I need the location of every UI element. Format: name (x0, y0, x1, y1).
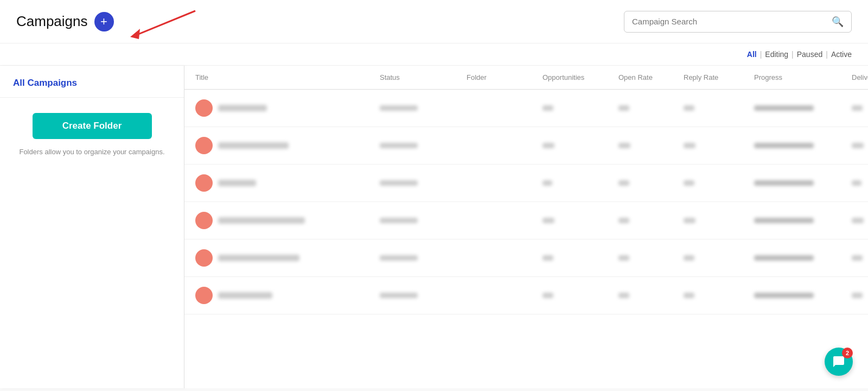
cell-reply-rate (684, 103, 754, 113)
cell-opportunities (542, 216, 618, 225)
cell-opportunities (542, 178, 618, 188)
table-row[interactable] (184, 165, 868, 202)
create-folder-button[interactable]: Create Folder (33, 113, 152, 139)
cell-status (380, 141, 467, 150)
col-progress: Progress (754, 73, 852, 81)
cell-status (380, 103, 467, 113)
filter-bar: All | Editing | Paused | Active (0, 43, 868, 66)
cell-reply-rate (684, 141, 754, 150)
col-title: Title (195, 73, 380, 81)
filter-active[interactable]: Active (831, 50, 852, 59)
row-icon (195, 174, 213, 192)
page-title: Campaigns (16, 13, 88, 30)
filter-paused[interactable]: Paused (797, 50, 822, 59)
cell-reply-rate (684, 216, 754, 225)
cell-delivered (852, 291, 868, 300)
row-icon (195, 137, 213, 154)
col-opportunities: Opportunities (542, 73, 618, 81)
cell-delivered (852, 178, 868, 188)
chat-button[interactable]: 2 (825, 348, 853, 376)
cell-opportunities (542, 141, 618, 150)
table-row[interactable] (184, 127, 868, 165)
header-left: Campaigns + (16, 12, 114, 31)
col-status: Status (380, 73, 467, 81)
main-content: All Campaigns Create Folder Folders allo… (0, 66, 868, 388)
col-open-rate: Open Rate (618, 73, 684, 81)
cell-open-rate (618, 141, 684, 150)
search-icon: 🔍 (832, 16, 844, 28)
sidebar: All Campaigns Create Folder Folders allo… (0, 66, 184, 388)
filter-sep-2: | (792, 50, 794, 59)
cell-open-rate (618, 178, 684, 188)
cell-delivered (852, 216, 868, 225)
table-row[interactable] (184, 277, 868, 314)
col-reply-rate: Reply Rate (684, 73, 754, 81)
title-text (218, 292, 272, 299)
row-icon (195, 212, 213, 229)
cell-title (195, 212, 380, 229)
cell-reply-rate (684, 291, 754, 300)
cell-title (195, 174, 380, 192)
cell-title (195, 137, 380, 154)
table-area: Title Status Folder Opportunities Open R… (184, 66, 868, 388)
filter-all[interactable]: All (747, 50, 757, 59)
chat-icon (832, 355, 845, 368)
cell-progress (754, 103, 852, 113)
title-text (218, 105, 267, 111)
header-right: 🔍 (624, 11, 852, 33)
all-campaigns-link[interactable]: All Campaigns (13, 78, 77, 88)
cell-open-rate (618, 103, 684, 113)
chat-badge: 2 (842, 348, 853, 358)
cell-title (195, 99, 380, 117)
cell-opportunities (542, 291, 618, 300)
cell-progress (754, 253, 852, 263)
cell-progress (754, 141, 852, 150)
table-row[interactable] (184, 90, 868, 127)
row-icon (195, 287, 213, 304)
cell-status (380, 291, 467, 300)
cell-title (195, 287, 380, 304)
title-text (218, 217, 305, 224)
cell-open-rate (618, 216, 684, 225)
col-delivered: Delivered (852, 73, 868, 81)
header: Campaigns + 🔍 (0, 0, 868, 43)
cell-progress (754, 178, 852, 188)
cell-delivered (852, 141, 868, 150)
create-folder-description: Folders allow you to organize your campa… (16, 147, 168, 157)
cell-open-rate (618, 291, 684, 300)
row-icon (195, 249, 213, 267)
title-text (218, 255, 299, 261)
cell-opportunities (542, 103, 618, 113)
cell-status (380, 178, 467, 188)
cell-status (380, 253, 467, 263)
cell-opportunities (542, 253, 618, 263)
cell-progress (754, 291, 852, 300)
cell-progress (754, 216, 852, 225)
add-campaign-button[interactable]: + (94, 12, 114, 31)
filter-editing[interactable]: Editing (765, 50, 788, 59)
table-header: Title Status Folder Opportunities Open R… (184, 66, 868, 90)
search-box[interactable]: 🔍 (624, 11, 852, 33)
cell-title (195, 249, 380, 267)
cell-delivered (852, 103, 868, 113)
cell-status (380, 216, 467, 225)
filter-sep-3: | (826, 50, 828, 59)
cell-open-rate (618, 253, 684, 263)
col-folder: Folder (467, 73, 542, 81)
cell-reply-rate (684, 178, 754, 188)
sidebar-create-area: Create Folder Folders allow you to organ… (0, 98, 184, 173)
cell-delivered (852, 253, 868, 263)
sidebar-all-campaigns-section: All Campaigns (0, 66, 184, 98)
title-text (218, 142, 289, 149)
search-input[interactable] (632, 17, 832, 26)
filter-sep-1: | (760, 50, 762, 59)
table-row[interactable] (184, 239, 868, 277)
svg-line-0 (136, 11, 195, 35)
title-text (218, 180, 256, 186)
cell-reply-rate (684, 253, 754, 263)
row-icon (195, 99, 213, 117)
svg-marker-1 (130, 29, 140, 39)
table-row[interactable] (184, 202, 868, 239)
